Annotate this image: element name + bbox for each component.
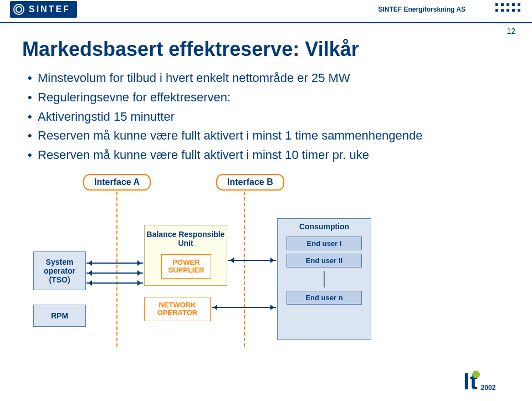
bullet-item: Reserven må kunne være fullt aktivert i … <box>28 147 504 164</box>
diagram: Interface A Interface B System operator … <box>66 174 477 357</box>
page-number: 12 <box>507 27 515 35</box>
end-user-box: End user I <box>287 237 362 250</box>
connector-line <box>86 282 143 284</box>
bullet-list: Minstevolum for tilbud i hvert enkelt ne… <box>28 70 504 164</box>
end-user-box: End user n <box>287 291 362 305</box>
event-logo-it: It <box>463 368 478 395</box>
sintef-logo-text: SINTEF <box>29 4 70 14</box>
consumption-box: Consumption End user I End user II End u… <box>277 218 371 340</box>
bullet-item: Minstevolum for tilbud i hvert enkelt ne… <box>28 70 504 87</box>
connector-line <box>212 307 276 308</box>
interface-a-box: Interface A <box>83 174 151 191</box>
interface-b-line <box>244 192 245 347</box>
connector-line <box>86 273 143 274</box>
event-year: 2002 <box>480 383 497 392</box>
consumption-title: Consumption <box>278 222 371 231</box>
end-user-connector <box>324 271 325 287</box>
tso-box: System operator (TSO) <box>33 251 86 290</box>
connector-line <box>228 260 276 261</box>
bru-box: Balance Responsible Unit POWER SUPPLIER <box>144 225 227 286</box>
bullet-item: Reserven må kunne være fullt aktivert i … <box>28 127 504 145</box>
sintef-logo-icon <box>13 4 24 15</box>
header-divider <box>0 22 532 23</box>
interface-a-line <box>116 192 117 347</box>
network-operator-box: NETWORK OPERATOR <box>144 297 211 321</box>
end-user-box: End user II <box>287 254 362 268</box>
sintef-logo: SINTEF <box>10 1 77 18</box>
slide-title: Markedsbasert effektreserve: Vilkår <box>22 38 510 61</box>
connector-line <box>86 263 143 264</box>
power-supplier-box: POWER SUPPLIER <box>161 254 211 279</box>
org-name: SINTEF Energiforskning AS <box>378 6 466 13</box>
bullet-item: Reguleringsevne for effektreserven: <box>28 89 504 106</box>
bru-label: Balance Responsible Unit <box>145 230 227 248</box>
interface-b-box: Interface B <box>216 174 284 191</box>
energy-dot-icon <box>472 371 480 378</box>
decorative-dots-icon <box>495 3 521 12</box>
bullet-item: Aktiveringstid 15 minutter <box>28 109 504 126</box>
event-logo: It 2002 <box>463 368 524 395</box>
rpm-box: RPM <box>33 305 86 327</box>
slide-header: SINTEF SINTEF Energiforskning AS <box>0 0 532 23</box>
